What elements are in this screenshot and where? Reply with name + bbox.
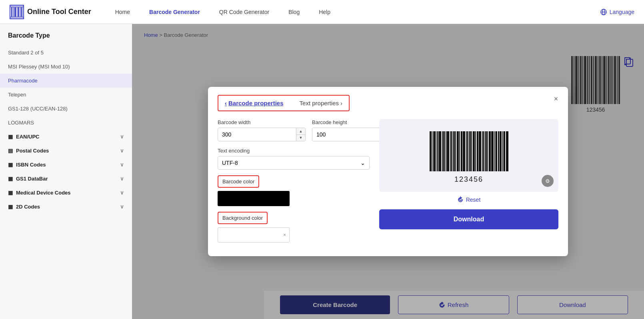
main-nav: Home Barcode Generator QR Code Generator…	[115, 9, 600, 15]
left-arrow-icon: ‹	[225, 100, 227, 106]
sidebar-group-isbn[interactable]: ▦ ISBN Codes ∨	[0, 158, 132, 172]
sidebar-item-telepen[interactable]: Telepen	[0, 88, 132, 102]
barcode-width-up[interactable]: ▲	[296, 128, 305, 135]
sidebar-item-standard2of5[interactable]: Standard 2 of 5	[0, 46, 132, 60]
modal-tabs: ‹ Barcode properties Text properties ›	[218, 95, 350, 111]
bar	[482, 131, 483, 171]
bar	[487, 131, 488, 171]
reset-icon	[457, 197, 464, 203]
text-encoding-label: Text encoding	[218, 148, 370, 154]
bar	[450, 131, 451, 171]
tab-text-properties[interactable]: Text properties ›	[300, 100, 342, 106]
barcode-color-swatch[interactable]	[218, 191, 290, 206]
svg-rect-5	[20, 7, 21, 17]
sidebar-group-2d[interactable]: ▦ 2D Codes ∨	[0, 200, 132, 214]
modal-close-button[interactable]: ×	[550, 93, 562, 104]
bar	[461, 131, 462, 171]
sidebar-group-ean-upc[interactable]: ▦ EAN/UPC ∨	[0, 130, 132, 144]
text-encoding-select[interactable]: UTF-8 ⌄	[218, 156, 370, 170]
gs1-icon: ▦	[8, 176, 13, 182]
background-color-swatch[interactable]: ×	[218, 227, 290, 243]
chevron-down-icon: ⌄	[360, 160, 365, 166]
sidebar-group-gs1databar[interactable]: ▦ GS1 DataBar ∨	[0, 172, 132, 186]
logo[interactable]: Online Tool Center	[10, 5, 91, 19]
content-area: Home > Barcode Generator	[132, 24, 644, 319]
modal-body: Barcode width ▲ ▼ Barco	[208, 111, 568, 256]
bar	[466, 131, 467, 171]
main-layout: Barcode Type Standard 2 of 5 MSI Plessey…	[0, 24, 644, 319]
dimensions-row: Barcode width ▲ ▼ Barco	[218, 119, 370, 141]
svg-rect-1	[13, 7, 14, 17]
bar	[496, 131, 497, 171]
barcode-width-down[interactable]: ▼	[296, 135, 305, 141]
header: Online Tool Center Home Barcode Generato…	[0, 0, 644, 24]
nav-barcode-generator[interactable]: Barcode Generator	[149, 9, 200, 15]
bar	[453, 131, 455, 171]
barcode-color-label: Barcode color	[218, 175, 259, 188]
bar	[500, 131, 502, 171]
modal: ‹ Barcode properties Text properties › ×	[208, 87, 568, 256]
nav-qr-code[interactable]: QR Code Generator	[219, 9, 269, 15]
logo-icon	[10, 5, 24, 19]
svg-rect-0	[11, 7, 12, 17]
sidebar-item-gs1-128[interactable]: GS1-128 (UCC/EAN-128)	[0, 102, 132, 116]
barcode-options-button[interactable]: ⚙	[542, 175, 554, 187]
bar	[430, 131, 431, 171]
reset-label: Reset	[466, 197, 481, 203]
barcode-width-input-wrap: ▲ ▼	[218, 128, 306, 141]
isbn-icon: ▦	[8, 162, 13, 168]
clear-bg-color-button[interactable]: ×	[283, 232, 286, 238]
bar	[491, 131, 494, 171]
text-encoding-value: UTF-8	[222, 160, 238, 166]
nav-help[interactable]: Help	[319, 9, 330, 15]
barcode-height-input[interactable]	[312, 128, 390, 141]
sidebar-item-msi[interactable]: MSI Plessey (MSI Mod 10)	[0, 60, 132, 74]
bar	[479, 131, 481, 171]
bar	[436, 131, 436, 171]
barcode-preview: 123456 ⚙	[379, 119, 558, 192]
language-selector[interactable]: Language	[600, 8, 634, 16]
sidebar-item-logmars[interactable]: LOGMARS	[0, 116, 132, 130]
bar	[473, 131, 475, 171]
bar	[433, 131, 435, 171]
svg-rect-4	[18, 7, 19, 17]
background-color-label: Background color	[218, 212, 268, 224]
settings-icon: ⚙	[545, 178, 550, 184]
language-label: Language	[610, 9, 634, 15]
medical-icon: ▦	[8, 190, 13, 196]
bar	[477, 131, 478, 171]
barcode-preview-number: 123456	[454, 175, 483, 184]
modal-overlay: ‹ Barcode properties Text properties › ×	[132, 24, 644, 319]
bar	[498, 131, 499, 171]
2d-icon: ▦	[8, 204, 13, 210]
bar	[489, 131, 491, 171]
nav-home[interactable]: Home	[115, 9, 130, 15]
barcode-width-input[interactable]	[218, 128, 296, 141]
logo-text: Online Tool Center	[27, 8, 91, 16]
bar	[451, 131, 452, 171]
modal-download-button[interactable]: Download	[379, 209, 558, 229]
reset-button[interactable]: Reset	[457, 197, 481, 203]
sidebar-group-postal[interactable]: ▤ Postal Codes ∨	[0, 144, 132, 158]
chevron-down-icon: ∨	[120, 190, 124, 196]
sidebar-group-medical[interactable]: ▦ Medical Device Codes ∨	[0, 186, 132, 200]
bar	[494, 131, 495, 171]
svg-rect-2	[14, 7, 16, 17]
chevron-down-icon: ∨	[120, 176, 124, 182]
nav-blog[interactable]: Blog	[288, 9, 300, 15]
modal-right-panel: 123456 ⚙ Reset Download	[379, 119, 558, 248]
bar	[459, 131, 460, 171]
bar	[506, 131, 508, 171]
bar	[446, 131, 446, 171]
sidebar-title: Barcode Type	[0, 32, 132, 46]
svg-rect-3	[17, 7, 18, 17]
ean-upc-icon: ▦	[8, 134, 13, 140]
sidebar-item-pharmacode[interactable]: Pharmacode	[0, 74, 132, 88]
bar	[447, 131, 449, 171]
bar	[437, 131, 438, 171]
modal-header: ‹ Barcode properties Text properties › ×	[208, 87, 568, 111]
bar	[469, 131, 471, 171]
chevron-down-icon: ∨	[120, 204, 124, 210]
tab-barcode-properties[interactable]: ‹ Barcode properties	[225, 100, 284, 106]
text-encoding-group: Text encoding UTF-8 ⌄	[218, 148, 370, 170]
